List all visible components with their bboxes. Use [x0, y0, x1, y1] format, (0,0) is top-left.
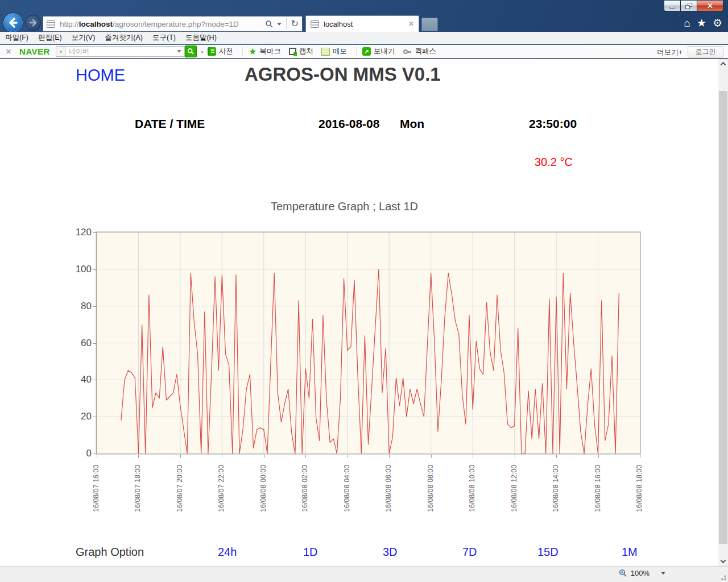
- tab-close-icon[interactable]: ✕: [408, 20, 414, 28]
- toolbar-item-0[interactable]: 사전: [208, 47, 233, 56]
- search-history-caret-icon[interactable]: [177, 50, 181, 53]
- minimize-icon: [669, 7, 675, 9]
- x-tick-label: 16/08/08 02:00: [301, 465, 309, 512]
- naver-toolbar: ✕ NAVER ▾ 네이버 ◂▸ 사전★북마크캡처메모↗보내기퀵패스 더보기+ …: [0, 45, 728, 59]
- capture-icon: [289, 48, 296, 55]
- address-bar[interactable]: http://localhost/agroson/temperature.php…: [43, 16, 303, 32]
- x-tick-label: 16/08/08 08:00: [427, 465, 435, 512]
- search-options-caret-icon[interactable]: [277, 23, 282, 26]
- date-value: 2016-08-08: [318, 117, 379, 131]
- naver-search-button[interactable]: [185, 45, 197, 57]
- bookmark-star-icon: ★: [249, 47, 257, 56]
- menu-item-2[interactable]: 보기(V): [72, 33, 96, 43]
- axis-tick: [93, 343, 96, 344]
- x-tick-label: 16/08/08 14:00: [552, 465, 560, 512]
- menu-item-5[interactable]: 도움말(H): [185, 33, 217, 43]
- axis-tick: [305, 455, 306, 458]
- resize-grip-icon: [719, 573, 726, 580]
- graph-option-1D[interactable]: 1D: [303, 546, 318, 559]
- divider: [242, 47, 243, 56]
- naver-search-placeholder: 네이버: [66, 47, 177, 56]
- search-scope-chip[interactable]: ▾: [56, 47, 66, 56]
- url-path: /agroson/temperature.php?mode=1D: [113, 20, 239, 28]
- menu-item-1[interactable]: 편집(E): [38, 33, 62, 43]
- new-tab-button[interactable]: [421, 18, 438, 31]
- close-button[interactable]: ✕: [697, 1, 723, 11]
- graph-option-3D[interactable]: 3D: [383, 546, 398, 559]
- scroll-down-button[interactable]: [718, 556, 728, 566]
- browser-tab[interactable]: localhost ✕: [305, 15, 419, 32]
- login-button[interactable]: 로그인: [688, 46, 723, 57]
- home-icon[interactable]: ⌂: [684, 18, 690, 29]
- x-tick-label: 16/08/08 12:00: [510, 465, 518, 512]
- axis-tick: [93, 454, 96, 454]
- url-protocol: http://: [60, 20, 79, 28]
- y-tick-label: 20: [59, 411, 92, 422]
- scroll-up-button[interactable]: [718, 59, 728, 69]
- back-button[interactable]: [3, 13, 23, 33]
- divider: [286, 18, 287, 30]
- divider: [356, 47, 357, 56]
- tools-gear-icon[interactable]: ⚙: [713, 18, 722, 29]
- axis-tick: [515, 455, 515, 458]
- zoom-caret-icon: [661, 572, 665, 575]
- menu-item-0[interactable]: 파일(F): [5, 33, 28, 43]
- refresh-icon[interactable]: ↻: [291, 19, 299, 28]
- toolbar-item-label: 캡처: [299, 47, 313, 56]
- minimize-button[interactable]: [664, 1, 681, 11]
- search-icon[interactable]: [265, 20, 274, 28]
- zoom-magnifier-icon: [619, 569, 627, 577]
- y-tick-label: 80: [59, 301, 92, 312]
- restore-button[interactable]: [681, 1, 697, 11]
- url-host: localhost: [79, 20, 113, 28]
- axis-tick: [389, 455, 390, 458]
- axis-tick: [264, 455, 264, 458]
- temperature-value: 30.2 °C: [535, 156, 573, 169]
- page-content: HOME AGROS-ON MMS V0.1 DATE / TIME 2016-…: [0, 59, 718, 566]
- axis-tick: [348, 455, 348, 458]
- axis-tick: [138, 455, 139, 458]
- graph-option-15D[interactable]: 15D: [537, 546, 559, 559]
- toolbar-item-2[interactable]: 캡처: [289, 47, 313, 56]
- x-tick-label: 16/08/07 16:00: [92, 465, 100, 512]
- favorites-star-icon[interactable]: ★: [697, 18, 706, 29]
- graph-option-7D[interactable]: 7D: [462, 546, 477, 559]
- chart-plot-area: [97, 232, 640, 454]
- toolbar-item-3[interactable]: 메모: [321, 47, 347, 56]
- naver-search-box[interactable]: ▾ 네이버: [56, 46, 185, 57]
- x-tick-label: 16/08/07 18:00: [134, 465, 142, 512]
- axis-tick: [640, 455, 640, 458]
- forward-button[interactable]: [25, 15, 41, 31]
- toolbar-more-link[interactable]: 더보기+: [657, 48, 682, 57]
- menu-item-3[interactable]: 즐겨찾기(A): [105, 33, 143, 43]
- page-title: AGROS-ON MMS V0.1: [245, 64, 441, 85]
- toolbar-item-1[interactable]: ★북마크: [249, 47, 281, 56]
- graph-option-24h[interactable]: 24h: [218, 546, 237, 559]
- toolbar-item-5[interactable]: 퀵패스: [403, 47, 436, 56]
- y-tick-label: 0: [59, 448, 92, 459]
- home-link[interactable]: HOME: [76, 66, 125, 85]
- y-tick-label: 60: [59, 338, 92, 349]
- graph-option-1M[interactable]: 1M: [622, 546, 638, 559]
- toolbar-item-4[interactable]: ↗보내기: [362, 47, 395, 56]
- zoom-level: 100%: [631, 569, 650, 577]
- url-text[interactable]: http://localhost/agroson/temperature.php…: [60, 20, 265, 28]
- menu-item-4[interactable]: 도구(T): [152, 33, 176, 43]
- scrollbar-thumb[interactable]: [719, 91, 727, 544]
- axis-tick: [598, 455, 599, 458]
- key-icon: [403, 47, 412, 56]
- x-tick-label: 16/08/08 10:00: [468, 465, 476, 512]
- axis-tick: [93, 417, 96, 417]
- x-tick-label: 16/08/08 00:00: [259, 465, 267, 512]
- naver-logo[interactable]: NAVER: [19, 47, 50, 56]
- toolbar-close-icon[interactable]: ✕: [6, 48, 11, 56]
- axis-tick: [556, 455, 557, 458]
- x-tick-label: 16/08/08 06:00: [384, 465, 392, 512]
- toolbar-item-label: 보내기: [374, 47, 395, 56]
- vertical-scrollbar[interactable]: [718, 59, 728, 566]
- menu-bar: 파일(F)편집(E)보기(V)즐겨찾기(A)도구(T)도움말(H): [0, 32, 728, 44]
- toolbar-resize-grip-icon[interactable]: ◂▸: [200, 49, 203, 55]
- zoom-control[interactable]: 100%: [619, 569, 665, 577]
- magnifier-icon: [187, 48, 195, 55]
- toolbar-item-label: 메모: [333, 47, 347, 56]
